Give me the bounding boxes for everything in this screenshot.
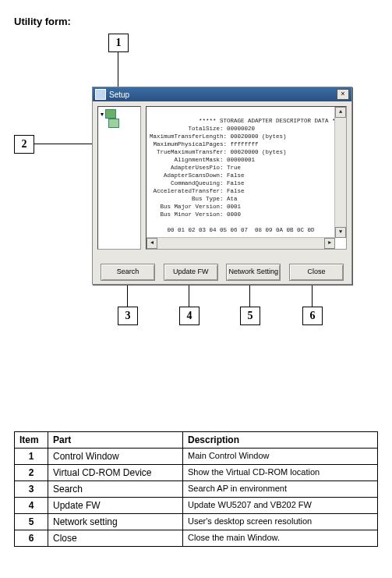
cell-desc: Close the main Window. [183,530,378,547]
scroll-up-icon[interactable]: ▲ [335,107,346,118]
utility-diagram: 1 2 Setup × ▾ ***** STORAGE ADAPTER D [14,34,373,330]
device-icon [105,109,116,119]
cell-item: 3 [15,481,48,498]
scroll-down-icon[interactable]: ▼ [335,227,346,238]
device-tree[interactable]: ▾ [97,106,141,250]
scroll-right-icon[interactable]: ► [324,238,335,249]
cell-desc: Show the Virtual CD-ROM location [183,465,378,481]
setup-window: Setup × ▾ ***** STORAGE ADAPTER DESCRIPT… [92,87,352,285]
cell-desc: Main Control Window [183,449,378,465]
callout-3: 3 [118,307,138,325]
data-pane: ***** STORAGE ADAPTER DESCRIPTOR DATA * … [146,106,347,250]
table-row: 4 Update FW Update WU5207 and VB202 FW [15,498,378,514]
cell-part: Close [48,530,183,547]
cell-part: Update FW [48,498,183,514]
titlebar: Setup × [93,87,351,101]
cell-item: 6 [15,530,48,547]
cell-desc: User's desktop screen resolution [183,514,378,530]
cell-item: 4 [15,498,48,514]
tree-item[interactable]: ▾ [101,109,138,119]
window-close-button[interactable]: × [337,89,349,100]
cell-part: Control Window [48,449,183,465]
cell-item: 5 [15,514,48,530]
cell-part: Virtual CD-ROM Device [48,465,183,481]
update-fw-button[interactable]: Update FW [164,264,218,281]
callout-1: 1 [108,34,129,52]
col-part: Part [48,432,183,449]
description-table: Item Part Description 1 Control Window M… [14,431,378,547]
scrollbar-vertical[interactable]: ▲ ▼ [334,107,346,238]
col-item: Item [15,432,48,449]
cell-desc: Search AP in environment [183,481,378,498]
col-desc: Description [183,432,378,449]
callout-2: 2 [14,135,34,154]
table-row: 2 Virtual CD-ROM Device Show the Virtual… [15,465,378,481]
scroll-left-icon[interactable]: ◄ [147,238,157,249]
cell-item: 1 [15,449,48,465]
window-title: Setup [109,90,129,99]
cell-item: 2 [15,465,48,481]
callout-4: 4 [179,307,200,325]
cell-part: Network setting [48,514,183,530]
close-button[interactable]: Close [289,264,344,281]
table-row: 6 Close Close the main Window. [15,530,378,547]
table-row: 3 Search Search AP in environment [15,481,378,498]
cell-desc: Update WU5207 and VB202 FW [183,498,378,514]
scrollbar-horizontal[interactable]: ◄ ► [147,237,335,249]
cell-part: Search [48,481,183,498]
tree-item[interactable] [101,119,138,128]
network-setting-button[interactable]: Network Setting [226,264,281,281]
callout-6: 6 [302,307,323,325]
button-row: Search Update FW Network Setting Close [93,259,351,281]
device-icon [108,119,119,128]
search-button[interactable]: Search [101,264,155,281]
section-title: Utility form: [14,16,378,27]
app-icon [95,89,106,100]
table-row: 5 Network setting User's desktop screen … [15,514,378,530]
descriptor-text: ***** STORAGE ADAPTER DESCRIPTOR DATA * … [150,118,336,249]
callout-5: 5 [240,307,260,325]
table-row: 1 Control Window Main Control Window [15,449,378,465]
